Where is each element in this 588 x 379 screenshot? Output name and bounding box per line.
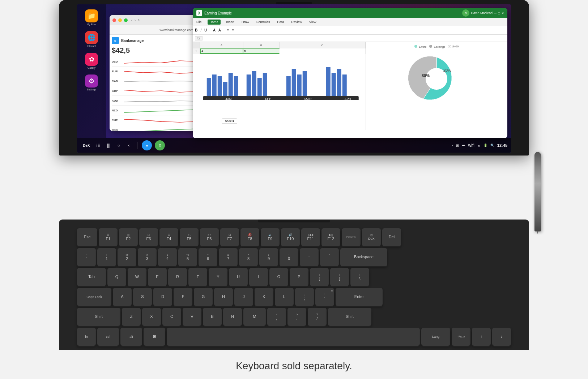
key-lang[interactable]: Lang	[421, 328, 450, 346]
key-pgup[interactable]: ↑PgUp	[452, 328, 470, 346]
key-f[interactable]: F	[174, 288, 192, 306]
taskbar-icon-battery[interactable]: 🔋	[483, 144, 487, 147]
key-d[interactable]: D	[153, 288, 172, 306]
key-lbracket[interactable]: {[	[310, 268, 329, 286]
key-b[interactable]: B	[203, 308, 222, 326]
key-v[interactable]: V	[183, 308, 201, 326]
key-9[interactable]: (9	[259, 248, 278, 266]
key-n[interactable]: N	[223, 308, 242, 326]
taskbar-icon-back[interactable]: ‹	[125, 142, 132, 149]
key-f7[interactable]: ⊡F7	[220, 228, 239, 246]
key-backspace[interactable]: Backspace	[340, 248, 387, 266]
key-c[interactable]: C	[162, 308, 181, 326]
cell-reference[interactable]: fx	[195, 36, 203, 41]
key-5[interactable]: %5	[178, 248, 197, 266]
key-w[interactable]: W	[128, 268, 146, 286]
key-a[interactable]: A	[113, 288, 132, 306]
toolbar-italic[interactable]: I	[200, 28, 201, 32]
key-t[interactable]: T	[188, 268, 207, 286]
key-shift-left[interactable]: Shift	[77, 308, 120, 326]
key-down[interactable]: ↓	[492, 328, 511, 346]
excel-minimize[interactable]: ─	[494, 11, 497, 15]
key-f5[interactable]: ☼-F5	[180, 228, 199, 246]
browser-nav-fwd[interactable]: ›	[135, 18, 136, 22]
ribbon-tab-formulas[interactable]: Formulas	[255, 20, 272, 24]
key-shift-right[interactable]: Shift	[328, 308, 371, 326]
key-quote[interactable]: n"'	[315, 288, 334, 306]
taskbar-app-excel[interactable]: X	[155, 140, 165, 150]
ribbon-tab-draw[interactable]: Draw	[240, 20, 251, 24]
key-m[interactable]: M	[243, 308, 266, 326]
key-o[interactable]: O	[269, 268, 288, 286]
key-f1[interactable]: ⊞F1	[99, 228, 118, 246]
key-f4[interactable]: ⊡F4	[159, 228, 178, 246]
key-f11[interactable]: |◀◀F11	[301, 228, 320, 246]
key-3[interactable]: #3	[138, 248, 157, 266]
key-win[interactable]: ⊞	[144, 328, 165, 346]
browser-nav-back[interactable]: ‹	[131, 18, 132, 22]
key-f2[interactable]: |||F2	[119, 228, 138, 246]
ribbon-tab-file[interactable]: File	[195, 20, 203, 24]
key-f10[interactable]: 🔊F10	[281, 228, 300, 246]
toolbar-bold[interactable]: B	[195, 28, 197, 32]
key-k[interactable]: K	[255, 288, 273, 306]
taskbar-dex-label[interactable]: DeX	[81, 143, 92, 148]
key-dex[interactable]: ⊡DeX	[362, 228, 381, 246]
ribbon-tab-data[interactable]: Data	[276, 20, 286, 24]
key-finder[interactable]: Finder⊙	[342, 228, 361, 246]
key-enter[interactable]: Enter	[336, 288, 383, 306]
ribbon-tab-review[interactable]: Review	[290, 20, 304, 24]
toolbar-align-center[interactable]: ≡	[232, 28, 234, 32]
key-q[interactable]: Q	[107, 268, 126, 286]
ribbon-tab-insert[interactable]: Insert	[225, 20, 236, 24]
key-space[interactable]	[167, 328, 420, 346]
taskbar-icon-wifi[interactable]: wifi	[468, 143, 474, 148]
toolbar-align-left[interactable]: ≡	[227, 28, 229, 32]
excel-close[interactable]: ×	[502, 11, 504, 15]
key-g[interactable]: G	[194, 288, 213, 306]
key-comma[interactable]: <,	[267, 308, 286, 326]
key-h[interactable]: H	[214, 288, 233, 306]
key-up[interactable]: ↑	[472, 328, 491, 346]
key-x[interactable]: X	[142, 308, 161, 326]
key-j[interactable]: J	[234, 288, 253, 306]
key-0[interactable]: )0	[280, 248, 298, 266]
key-y[interactable]: Y	[209, 268, 227, 286]
excel-window[interactable]: X Earning Example D David Macleod ─ □ ×	[193, 8, 507, 138]
key-l[interactable]: L	[275, 288, 294, 306]
key-semicolon[interactable]: :;	[295, 288, 314, 306]
sidebar-item-myfiles[interactable]: 📁 My Files	[81, 7, 102, 27]
key-period[interactable]: >.	[287, 308, 306, 326]
key-z[interactable]: Z	[122, 308, 141, 326]
toolbar-highlight[interactable]: A	[218, 28, 221, 32]
key-f8[interactable]: 🔇F8	[240, 228, 259, 246]
key-f6[interactable]: ☼+F6	[200, 228, 219, 246]
taskbar-icon-dots[interactable]: •••	[462, 144, 465, 147]
taskbar-icon-grid[interactable]: ⁞⁞⁞	[95, 142, 102, 149]
key-r[interactable]: R	[168, 268, 187, 286]
key-2[interactable]: @2	[118, 248, 136, 266]
key-capslock[interactable]: Caps Lock	[77, 288, 111, 306]
key-7[interactable]: &7	[219, 248, 238, 266]
taskbar-icon-search[interactable]: 🔍	[490, 144, 494, 147]
taskbar-icon-lines[interactable]: |||	[105, 142, 112, 149]
window-close-btn[interactable]	[112, 18, 116, 22]
toolbar-font-color[interactable]: A	[213, 28, 216, 32]
key-p[interactable]: P	[290, 268, 308, 286]
sidebar-item-internet[interactable]: 🌐 Internet	[81, 29, 102, 49]
taskbar-icon-home[interactable]: ○	[115, 142, 122, 149]
key-s[interactable]: S	[133, 288, 152, 306]
taskbar-icon-signal[interactable]: ▲	[477, 144, 481, 147]
ribbon-tab-view[interactable]: View	[308, 20, 318, 24]
sidebar-item-gallery[interactable]: ✿ Gallery	[81, 51, 102, 71]
excel-maximize[interactable]: □	[498, 11, 500, 15]
key-del[interactable]: Del	[382, 228, 401, 246]
key-tab[interactable]: Tab	[77, 268, 106, 286]
window-min-btn[interactable]	[118, 18, 122, 22]
key-backslash[interactable]: |\	[350, 268, 369, 286]
key-8[interactable]: *8	[239, 248, 258, 266]
toolbar-underline[interactable]: U	[204, 28, 207, 32]
key-1[interactable]: !1	[97, 248, 116, 266]
key-slash[interactable]: ?/	[308, 308, 327, 326]
cell-c1[interactable]	[280, 48, 366, 54]
